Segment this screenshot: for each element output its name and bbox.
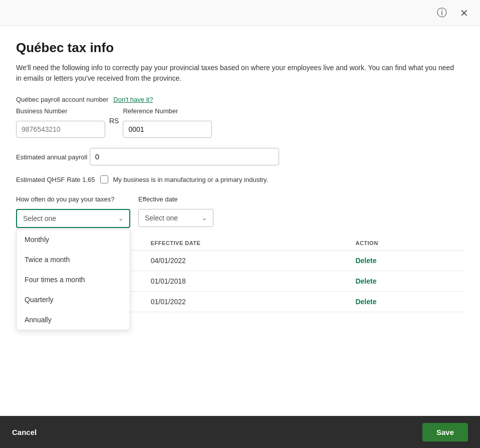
annual-payroll-input[interactable]	[90, 148, 279, 165]
dropdown-item-annually[interactable]: Annually	[17, 310, 130, 330]
help-button[interactable]: ⓘ	[434, 5, 450, 21]
row-effective-date-2: 01/01/2018	[145, 271, 350, 292]
description-text: We'll need the following info to correct…	[16, 63, 457, 84]
effective-date-select-wrapper: Select one ⌄	[138, 209, 213, 227]
row-effective-date-1: 04/01/2022	[145, 251, 350, 271]
tax-frequency-select-wrapper: Select one ⌄ Monthly Twice a month Four …	[16, 209, 130, 228]
effective-date-value: Select one	[145, 214, 178, 222]
payroll-account-label: Québec payroll account number	[16, 96, 108, 103]
page-title: Québec tax info	[16, 40, 464, 56]
tax-frequency-row: How often do you pay your taxes? Select …	[16, 195, 464, 228]
row-effective-date-3: 01/01/2022	[145, 292, 350, 312]
reference-number-input[interactable]	[123, 121, 212, 138]
dropdown-item-twice-month[interactable]: Twice a month	[17, 250, 130, 270]
save-button[interactable]: Save	[422, 423, 468, 441]
reference-number-group: Reference Number	[123, 107, 212, 138]
dropdown-item-monthly[interactable]: Monthly	[17, 230, 130, 250]
chevron-down-icon: ⌄	[118, 215, 123, 222]
rs-label: RS	[105, 117, 123, 125]
col-action: ACTION	[349, 236, 464, 251]
modal-header: ⓘ ✕	[0, 0, 480, 26]
delete-link-2[interactable]: Delete	[355, 277, 376, 285]
account-number-row: Business Number RS Reference Number	[16, 107, 464, 138]
frequency-dropdown: Monthly Twice a month Four times a month…	[16, 229, 130, 330]
effective-date-select[interactable]: Select one ⌄	[138, 209, 213, 227]
qhsf-rate-label: Estimated QHSF Rate 1.65	[16, 176, 95, 183]
reference-number-label: Reference Number	[123, 107, 212, 115]
close-icon: ✕	[460, 7, 468, 19]
tax-frequency-value: Select one	[23, 214, 56, 222]
col-effective-date: EFFECTIVE DATE	[145, 236, 350, 251]
delete-link-3[interactable]: Delete	[355, 298, 376, 306]
effective-date-group: Effective date Select one ⌄	[138, 195, 213, 227]
modal-body: Québec tax info We'll need the following…	[0, 26, 480, 416]
modal-footer: Cancel Save	[0, 416, 480, 448]
delete-link-1[interactable]: Delete	[355, 257, 376, 265]
modal-container: ⓘ ✕ Québec tax info We'll need the follo…	[0, 0, 480, 448]
tax-frequency-group: How often do you pay your taxes? Select …	[16, 195, 130, 228]
annual-payroll-label: Estimated annual payroll	[16, 153, 87, 161]
annual-payroll-group: Estimated annual payroll	[16, 148, 464, 165]
payroll-account-section: Québec payroll account number Don't have…	[16, 96, 464, 103]
manufacturing-checkbox[interactable]	[100, 175, 108, 183]
question-circle-icon: ⓘ	[437, 6, 447, 20]
business-number-label: Business Number	[16, 107, 105, 115]
business-number-input[interactable]	[16, 121, 105, 138]
qhsf-checkbox-label: My business is in manufacturing or a pri…	[113, 176, 269, 183]
dropdown-item-quarterly[interactable]: Quarterly	[17, 290, 130, 310]
tax-frequency-label: How often do you pay your taxes?	[16, 195, 130, 203]
tax-frequency-select[interactable]: Select one ⌄	[16, 209, 130, 228]
business-number-group: Business Number	[16, 107, 105, 138]
dropdown-item-four-times[interactable]: Four times a month	[17, 270, 130, 290]
effective-date-label: Effective date	[138, 195, 213, 203]
close-button[interactable]: ✕	[456, 5, 472, 21]
qhsf-row: Estimated QHSF Rate 1.65 My business is …	[16, 175, 464, 183]
cancel-button[interactable]: Cancel	[12, 428, 37, 436]
dont-have-link[interactable]: Don't have it?	[113, 96, 153, 103]
chevron-down-icon-date: ⌄	[202, 214, 207, 221]
